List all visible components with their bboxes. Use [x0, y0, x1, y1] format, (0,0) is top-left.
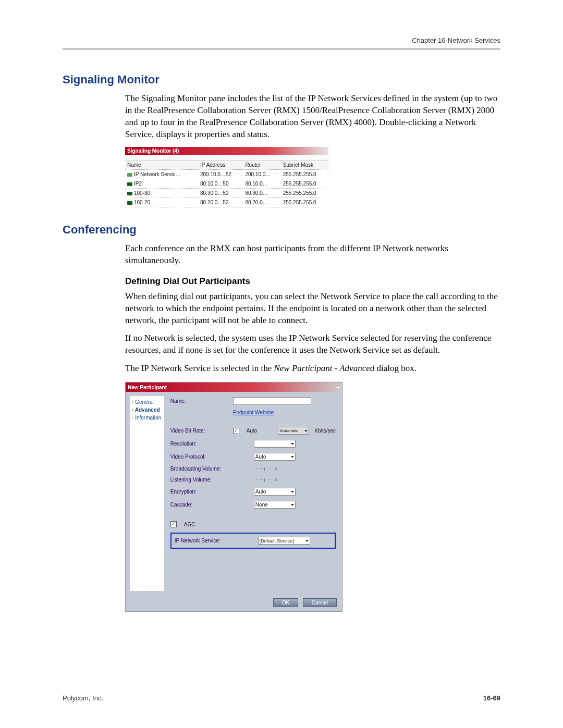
ip-network-service-select[interactable]: [Default Service]	[258, 537, 310, 545]
label-ip-network-service: IP Network Service:	[175, 538, 232, 544]
video-protocol-select[interactable]: Auto	[254, 453, 296, 461]
select-value: Automatic	[279, 428, 298, 433]
cell: 80.20.0…52	[198, 198, 243, 207]
auto-checkbox-label: Auto	[247, 428, 258, 434]
chevron-down-icon	[291, 491, 294, 493]
label-name: Name:	[170, 398, 228, 404]
cell: IP Network Servic…	[134, 171, 180, 177]
heading-defining-dial-out: Defining Dial Out Participants	[63, 276, 500, 287]
listening-slider[interactable]: · · · · | · · · 5	[254, 477, 296, 482]
col-router: Router	[243, 161, 280, 170]
dialog-form: Name: Endpoint Website Video Bit Rate: ✓…	[164, 392, 342, 595]
chevron-down-icon	[291, 504, 294, 506]
chevron-right-icon: ›	[132, 415, 133, 421]
table-row: 100-20 80.20.0…52 80.20.0… 255.255.255.0	[125, 198, 328, 207]
chevron-down-icon	[291, 456, 294, 458]
dialog-nav: › General › Advanced › Information	[130, 396, 164, 591]
col-ip: IP Address	[198, 161, 243, 170]
ok-button[interactable]: OK	[273, 598, 298, 607]
label-resolution: Resolution:	[170, 441, 228, 447]
endpoint-website-link[interactable]: Endpoint Website	[233, 410, 274, 415]
signaling-monitor-table-screenshot: Signaling Monitor (4) Name IP Address Ro…	[125, 147, 328, 207]
dial-out-p1: When defining dial out participants, you…	[63, 291, 500, 327]
table-row: IP2 80.10.0…50 80.10.0… 255.255.255.0	[125, 179, 328, 188]
cascade-select[interactable]: None	[254, 501, 296, 509]
chevron-down-icon	[304, 430, 308, 432]
col-name: Name	[125, 161, 198, 170]
cell: 200.10.0…52	[198, 169, 243, 179]
minimize-icon[interactable]: –	[336, 384, 340, 391]
cell: 255.255.255.0	[281, 188, 328, 198]
nav-item-information[interactable]: › Information	[132, 415, 162, 421]
new-participant-dialog: New Participant – › General › Advanced ›…	[125, 382, 342, 612]
resolution-select[interactable]	[254, 440, 296, 448]
sig-toolbar-strip	[125, 155, 328, 161]
footer-page-number: 16-69	[483, 694, 500, 702]
slider-value: 5	[274, 466, 276, 471]
network-icon	[127, 173, 132, 177]
cell: 200.10.0…	[243, 169, 280, 179]
footer-company: Polycom, Inc.	[63, 694, 103, 702]
label-video-protocol: Video Protocol:	[170, 454, 228, 460]
kbits-label: Kbits/sec	[314, 428, 336, 434]
nav-item-general[interactable]: › General	[132, 399, 162, 405]
auto-checkbox[interactable]: ✓	[233, 428, 239, 434]
table-row: 100-30 80.30.0…52 80.30.0… 255.255.255.0	[125, 188, 328, 198]
label-encryption: Encryption:	[170, 489, 228, 495]
header-rule	[63, 48, 500, 50]
cell: 80.10.0…	[243, 179, 280, 188]
cell: 100-20	[134, 200, 150, 205]
bitrate-select[interactable]: Automatic	[278, 427, 309, 435]
signaling-monitor-title: Signaling Monitor (4)	[125, 147, 328, 155]
cell: 80.10.0…50	[198, 179, 243, 188]
label-cascade: Cascade:	[170, 502, 228, 508]
sig-header-row: Name IP Address Router Subnet Mask	[125, 161, 328, 170]
network-icon	[127, 182, 132, 186]
nav-label: Advanced	[135, 407, 160, 413]
page-footer: Polycom, Inc. 16-69	[63, 694, 500, 702]
cancel-button[interactable]: Cancel	[303, 598, 337, 607]
chevron-right-icon: ›	[132, 399, 133, 405]
encryption-select[interactable]: Auto	[254, 488, 296, 496]
agc-label: AGC	[184, 522, 195, 527]
cell: 255.255.255.0	[281, 169, 328, 179]
chevron-right-icon: ›	[132, 407, 133, 413]
dial-out-p3: The IP Network Service is selected in th…	[63, 363, 500, 375]
cell: 100-30	[134, 190, 150, 196]
label-broadcasting-volume: Broadcasting Volume:	[170, 466, 228, 472]
cell: 80.30.0…	[243, 188, 280, 198]
label-video-bit-rate: Video Bit Rate:	[170, 428, 228, 434]
select-value: Auto	[255, 454, 266, 460]
inline-text: dialog box.	[374, 363, 417, 373]
table-row: IP Network Servic… 200.10.0…52 200.10.0……	[125, 169, 328, 179]
select-value: None	[255, 502, 268, 508]
nav-item-advanced[interactable]: › Advanced	[132, 407, 162, 413]
broadcasting-slider[interactable]: · · · · | · · · 5	[254, 466, 296, 471]
name-input[interactable]	[233, 397, 311, 404]
dialog-footer: OK Cancel	[126, 595, 342, 611]
signaling-monitor-paragraph: The Signaling Monitor pane includes the …	[63, 93, 500, 141]
heading-conferencing: Conferencing	[63, 223, 500, 237]
page-header-chapter: Chapter 16-Network Services	[63, 36, 500, 44]
conferencing-intro: Each conference on the RMX can host part…	[63, 243, 500, 267]
cell: 255.255.255.0	[281, 198, 328, 207]
cell: 255.255.255.0	[281, 179, 328, 188]
slider-value: 5	[274, 477, 276, 482]
ip-network-highlight-box: IP Network Service: [Default Service]	[170, 533, 336, 549]
chevron-down-icon	[291, 443, 294, 445]
dialog-title-bar: New Participant –	[126, 382, 342, 392]
cell: 80.30.0…52	[198, 188, 243, 198]
nav-label: General	[135, 399, 154, 405]
heading-signaling-monitor: Signaling Monitor	[63, 73, 500, 87]
label-listening-volume: Listening Volume:	[170, 477, 228, 483]
col-subnet: Subnet Mask	[281, 161, 328, 170]
chevron-down-icon	[305, 540, 309, 542]
dialog-title-text: New Participant	[128, 385, 167, 390]
network-icon	[127, 201, 132, 205]
inline-text: The IP Network Service is selected in th…	[125, 363, 274, 373]
dial-out-p2: If no Network is selected, the system us…	[63, 332, 500, 356]
select-value: Auto	[255, 489, 266, 495]
cell: 80.20.0…	[243, 198, 280, 207]
agc-checkbox[interactable]: ✓	[170, 521, 177, 527]
network-icon	[127, 192, 132, 195]
